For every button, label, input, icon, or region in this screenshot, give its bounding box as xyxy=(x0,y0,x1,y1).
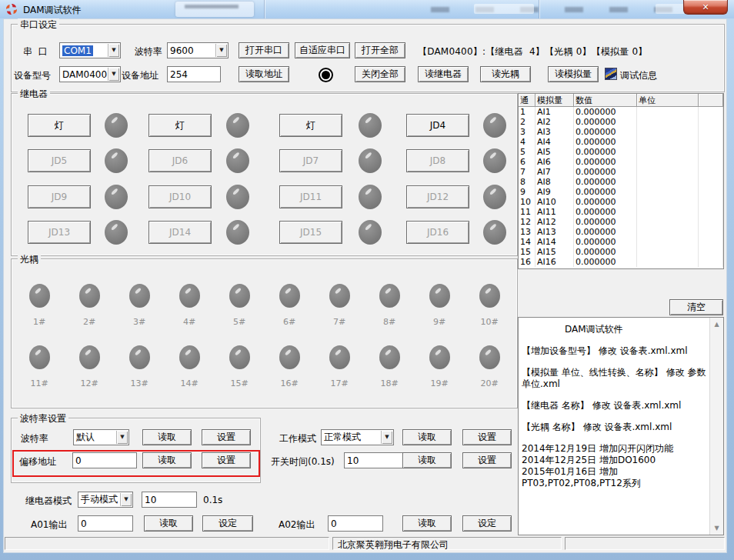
table-row[interactable]: 1AI10.000000 xyxy=(519,107,723,117)
relay-button-1[interactable]: 灯 xyxy=(28,114,91,137)
read-analog-button[interactable]: 读模拟量 xyxy=(548,66,599,82)
relay-button-2[interactable]: 灯 xyxy=(148,114,212,137)
ao1-set-button[interactable]: 设定 xyxy=(202,515,253,532)
table-cell: 0.000000 xyxy=(574,107,637,117)
app-logo-icon xyxy=(5,3,18,15)
port-select[interactable]: COM1 ▼ xyxy=(59,42,121,58)
info-line: 【增加设备型号】 修改 设备表.xml.xml xyxy=(522,345,709,357)
baud-settings-group: 波特率设置 xyxy=(11,418,261,483)
opto-led-20# xyxy=(479,345,500,369)
table-row[interactable]: 7AI70.000000 xyxy=(519,167,723,177)
model-select[interactable]: DAM0400 ▼ xyxy=(59,66,121,82)
opto-channel: 2# xyxy=(69,284,109,327)
opto-channel: 1# xyxy=(19,284,59,327)
table-row[interactable]: 8AI80.000000 xyxy=(519,177,723,187)
table-cell xyxy=(637,187,699,197)
table-cell: AI15 xyxy=(535,247,574,257)
read-relay-button[interactable]: 读继电器 xyxy=(418,66,469,82)
info-scrollbar[interactable]: ▲ ▼ xyxy=(709,318,723,535)
table-row[interactable]: 4AI40.000000 xyxy=(519,137,723,147)
offset-set-button[interactable]: 设置 xyxy=(202,452,251,468)
table-row[interactable]: 16AI160.000000 xyxy=(519,257,723,267)
auto-port-button[interactable]: 自适应串口 xyxy=(295,42,350,58)
open-all-button[interactable]: 打开全部 xyxy=(355,42,405,58)
table-header-cell[interactable]: 单位 xyxy=(637,94,699,107)
opto-label: 16# xyxy=(280,378,298,388)
scroll-up-icon[interactable]: ▲ xyxy=(710,318,723,330)
relay-mode-select[interactable]: 手动模式 ▼ xyxy=(78,492,133,508)
table-cell: 1 xyxy=(519,107,535,117)
open-port-button[interactable]: 打开串口 xyxy=(239,42,289,58)
relay-led-13 xyxy=(105,220,128,245)
baud-select[interactable]: 9600 ▼ xyxy=(167,42,229,58)
table-cell: AI1 xyxy=(535,107,574,117)
dropdown-button[interactable]: ▼ xyxy=(116,431,128,444)
ao1-input[interactable]: 0 xyxy=(78,515,133,532)
table-row[interactable]: 13AI130.000000 xyxy=(519,227,723,237)
opto-channel: 3# xyxy=(119,284,159,327)
relay-mode-time-input[interactable]: 10 xyxy=(142,492,197,508)
debug-info-icon[interactable] xyxy=(605,68,617,80)
relay-led-14 xyxy=(226,220,249,245)
dropdown-button[interactable]: ▼ xyxy=(108,68,119,81)
offset-input[interactable]: 0 xyxy=(72,452,137,468)
opto-channel: 11# xyxy=(19,345,59,388)
table-row[interactable]: 12AI120.000000 xyxy=(519,217,723,227)
work-mode-set-button[interactable]: 设置 xyxy=(462,429,512,445)
table-header-cell[interactable]: 数值 xyxy=(574,94,637,107)
offset-read-button[interactable]: 读取 xyxy=(142,452,192,468)
table-row[interactable]: 5AI50.000000 xyxy=(519,147,723,157)
baud-set-button[interactable]: 设置 xyxy=(202,429,251,445)
clear-button[interactable]: 清空 xyxy=(669,299,723,315)
table-row[interactable]: 14AI140.000000 xyxy=(519,237,723,247)
address-input[interactable]: 254 xyxy=(167,66,221,82)
table-header-cell[interactable]: 通 xyxy=(519,94,535,107)
table-row[interactable]: 9AI90.000000 xyxy=(519,187,723,197)
table-row[interactable]: 3AI30.000000 xyxy=(519,127,723,137)
group-title: 串口设定 xyxy=(18,18,59,32)
baud-setting-select[interactable]: 默认 ▼ xyxy=(73,429,129,445)
dropdown-button[interactable]: ▼ xyxy=(108,44,119,57)
dropdown-button[interactable]: ▼ xyxy=(381,431,392,444)
analog-table-header: 通模拟量数值单位 xyxy=(519,94,723,107)
work-mode-read-button[interactable]: 读取 xyxy=(402,429,452,445)
ao2-set-button[interactable]: 设定 xyxy=(462,515,512,532)
table-row[interactable]: 6AI60.000000 xyxy=(519,157,723,167)
table-row[interactable]: 15AI150.000000 xyxy=(519,247,723,257)
close-button[interactable]: ✕ xyxy=(683,0,728,15)
read-address-button[interactable]: 读取地址 xyxy=(239,66,289,82)
table-cell xyxy=(699,117,723,127)
ao2-input[interactable]: 0 xyxy=(328,515,383,532)
table-header-cell[interactable]: 模拟量 xyxy=(535,94,574,107)
dropdown-button[interactable]: ▼ xyxy=(120,493,132,506)
work-mode-select[interactable]: 正常模式 ▼ xyxy=(321,429,394,445)
switch-time-read-button[interactable]: 读取 xyxy=(402,452,452,468)
aero-glass-blur xyxy=(474,4,534,14)
ao2-read-button[interactable]: 读取 xyxy=(402,515,452,532)
baud-read-button[interactable]: 读取 xyxy=(142,429,192,445)
table-cell xyxy=(637,247,699,257)
opto-channel: 13# xyxy=(119,345,159,388)
close-all-button[interactable]: 关闭全部 xyxy=(355,66,405,82)
debug-info-label[interactable]: 调试信息 xyxy=(620,69,657,82)
table-row[interactable]: 2AI20.000000 xyxy=(519,117,723,127)
relay-button-3[interactable]: 灯 xyxy=(279,114,342,137)
table-row[interactable]: 10AI100.000000 xyxy=(519,197,723,207)
table-cell xyxy=(699,187,723,197)
ao1-label: A01输出 xyxy=(31,518,67,532)
ao1-read-button[interactable]: 读取 xyxy=(144,515,193,532)
dropdown-button[interactable]: ▼ xyxy=(215,44,227,57)
table-cell: 3 xyxy=(519,127,535,137)
scroll-down-icon[interactable]: ▼ xyxy=(710,522,723,534)
analog-table-body: 1AI10.0000002AI20.0000003AI30.0000004AI4… xyxy=(519,107,723,267)
table-row[interactable]: 11AI110.000000 xyxy=(519,207,723,217)
relay-led-5 xyxy=(105,148,128,173)
switch-time-set-button[interactable]: 设置 xyxy=(462,452,512,468)
opto-label: 4# xyxy=(183,317,195,327)
read-opto-button[interactable]: 读光耦 xyxy=(480,66,531,82)
table-header-cell[interactable] xyxy=(699,94,723,107)
table-cell xyxy=(699,137,723,147)
relay-button-4[interactable]: JD4 xyxy=(406,114,469,137)
table-cell: 12 xyxy=(519,217,535,227)
table-cell: 0.000000 xyxy=(574,137,637,147)
